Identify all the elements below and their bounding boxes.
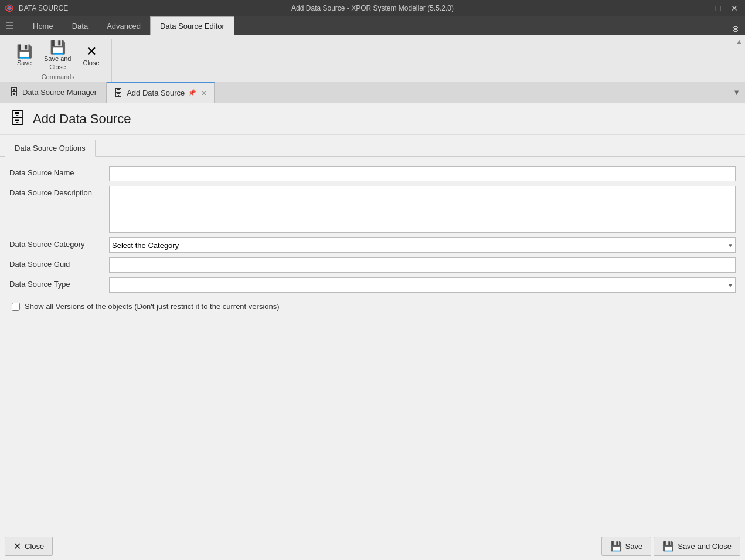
status-close-button[interactable]: ✕ Close (5, 537, 53, 556)
save-button[interactable]: 💾 Save (12, 43, 37, 69)
commands-group-buttons: 💾 Save 💾 Save and Close ✕ Close (12, 39, 104, 73)
titlebar-controls: – □ ✕ (696, 2, 740, 14)
field-type-label: Data Source Type (9, 277, 109, 289)
page-header-title: Add Data Source (33, 111, 131, 127)
field-desc-textarea[interactable] (109, 186, 736, 233)
field-desc-label: Data Source Description (9, 186, 109, 197)
breadcrumb-datasource-manager[interactable]: 🗄 Data Source Manager (0, 82, 107, 103)
db-manager-icon: 🗄 (9, 87, 19, 98)
ribbon-right: 👁 (731, 25, 745, 35)
field-category-label: Data Source Category (9, 237, 109, 249)
tab-datasource-options[interactable]: Data Source Options (5, 140, 96, 157)
breadcrumb-add-label: Add Data Source (127, 89, 185, 97)
page-header: 🗄 Add Data Source (0, 103, 745, 135)
commands-group: 💾 Save 💾 Save and Close ✕ Close Commands (5, 39, 112, 82)
field-name-input[interactable] (109, 166, 736, 181)
minimize-button[interactable]: – (696, 2, 707, 14)
tab-data[interactable]: Data (63, 16, 97, 35)
close-ribbon-button[interactable]: ✕ Close (78, 43, 104, 69)
breadcrumb-dropdown-button[interactable]: ▼ (733, 88, 745, 97)
status-left-buttons: ✕ Close (5, 537, 53, 556)
titlebar-title: Add Data Source - XPOR System Modeller (… (291, 4, 454, 12)
field-desc-row: Data Source Description (9, 186, 736, 233)
status-save-close-icon: 💾 (662, 541, 674, 552)
save-close-icon: 💾 (50, 41, 66, 54)
field-type-select-wrapper: ▼ (109, 277, 736, 293)
content-area: Data Source Options Data Source Name Dat… (0, 135, 745, 532)
status-save-button[interactable]: 💾 Save (601, 537, 652, 556)
breadcrumb-add-datasource-tab[interactable]: 🗄 Add Data Source 📌 ✕ (107, 82, 215, 103)
status-save-label: Save (625, 542, 643, 551)
titlebar-app-label: DATA SOURCE (19, 4, 68, 12)
tab-advanced[interactable]: Advanced (97, 16, 150, 35)
breadcrumb-area: 🗄 Data Source Manager 🗄 Add Data Source … (0, 82, 745, 103)
titlebar-left: DATA SOURCE (5, 4, 68, 13)
ribbon-commands: 💾 Save 💾 Save and Close ✕ Close Commands… (0, 35, 745, 82)
page-header-icon: 🗄 (9, 109, 26, 128)
close-ribbon-label: Close (83, 59, 99, 67)
show-versions-checkbox[interactable] (12, 303, 20, 311)
form-area: Data Source Name Data Source Description… (0, 157, 745, 320)
app-logo-icon (5, 4, 14, 13)
db-add-icon: 🗄 (114, 88, 123, 99)
status-close-label: Close (25, 542, 44, 551)
tab-panel: Data Source Options Data Source Name Dat… (0, 135, 745, 320)
save-close-button[interactable]: 💾 Save and Close (39, 39, 76, 73)
status-bar: ✕ Close 💾 Save 💾 Save and Close (0, 532, 745, 560)
save-label: Save (17, 59, 32, 67)
field-guid-row: Data Source Guid (9, 257, 736, 273)
status-close-icon: ✕ (13, 541, 21, 552)
field-guid-label: Data Source Guid (9, 257, 109, 269)
breadcrumb-manager-label: Data Source Manager (22, 88, 97, 97)
commands-group-label: Commands (42, 73, 74, 82)
status-save-icon: 💾 (610, 541, 622, 552)
show-versions-row: Show all Versions of the objects (Don't … (9, 302, 736, 311)
svg-point-2 (8, 7, 11, 9)
field-guid-input[interactable] (109, 257, 736, 273)
tab-home[interactable]: Home (23, 16, 63, 35)
field-name-row: Data Source Name (9, 166, 736, 181)
field-category-row: Data Source Category Select the Category… (9, 237, 736, 253)
tab-datasource-editor[interactable]: Data Source Editor (150, 16, 234, 35)
field-name-label: Data Source Name (9, 166, 109, 177)
tab-panel-tabs: Data Source Options (0, 135, 745, 157)
status-save-close-label: Save and Close (678, 542, 732, 551)
field-category-select-wrapper: Select the Category ▼ (109, 237, 736, 253)
field-type-row: Data Source Type ▼ (9, 277, 736, 293)
close-icon: ✕ (86, 45, 97, 58)
ribbon-tabs: ☰ Home Data Advanced Data Source Editor … (0, 16, 745, 35)
field-category-select[interactable]: Select the Category (109, 237, 736, 253)
save-close-label: Save and Close (44, 55, 71, 70)
show-versions-label[interactable]: Show all Versions of the objects (Don't … (25, 302, 280, 311)
tab-close-icon[interactable]: ✕ (201, 89, 207, 97)
ribbon-menu-button[interactable]: ☰ (0, 16, 19, 35)
tab-datasource-options-label: Data Source Options (15, 144, 86, 152)
status-save-close-button[interactable]: 💾 Save and Close (654, 537, 740, 556)
titlebar: DATA SOURCE Add Data Source - XPOR Syste… (0, 0, 745, 16)
status-right-buttons: 💾 Save 💾 Save and Close (601, 537, 740, 556)
view-icon[interactable]: 👁 (731, 25, 740, 35)
tab-pin-icon[interactable]: 📌 (188, 89, 196, 97)
save-icon: 💾 (16, 45, 32, 58)
field-type-select[interactable] (109, 277, 736, 293)
ribbon-collapse-button[interactable]: ▲ (736, 38, 743, 46)
close-button[interactable]: ✕ (729, 2, 740, 14)
restore-button[interactable]: □ (712, 2, 724, 14)
